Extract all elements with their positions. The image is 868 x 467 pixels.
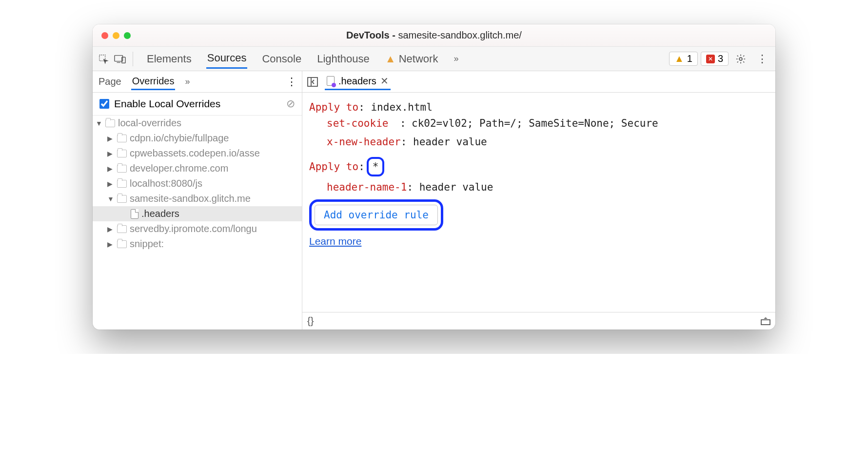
drawer-toggle-icon[interactable] xyxy=(761,317,770,325)
more-options-icon[interactable]: ⋮ xyxy=(753,53,771,65)
header-value[interactable]: header value xyxy=(419,181,493,193)
titlebar: DevTools - samesite-sandbox.glitch.me/ xyxy=(93,24,775,47)
close-window-button[interactable] xyxy=(101,32,108,39)
devtools-window: DevTools - samesite-sandbox.glitch.me/ E… xyxy=(93,24,775,330)
warning-icon: ▲ xyxy=(674,53,684,64)
warning-count: 1 xyxy=(687,53,692,64)
tab-console[interactable]: Console xyxy=(261,50,302,68)
toggle-navigator-icon[interactable] xyxy=(307,77,318,87)
tab-network[interactable]: ▲ Network xyxy=(384,50,439,68)
close-tab-icon[interactable]: ✕ xyxy=(380,75,389,87)
add-rule-highlight: Add override rule xyxy=(309,199,443,231)
svg-point-3 xyxy=(739,58,742,60)
tab-lighthouse[interactable]: Lighthouse xyxy=(316,50,371,68)
main-toolbar: Elements Sources Console Lighthouse ▲ Ne… xyxy=(93,47,775,71)
header-value[interactable]: header value xyxy=(413,136,487,148)
overrides-tree: ▼ local-overrides ▶cdpn.io/chybie/fullpa… xyxy=(93,116,302,330)
editor-pane: .headers ✕ Apply to: index.html set-cook… xyxy=(302,71,775,330)
sidebar-tabs-overflow[interactable]: » xyxy=(184,75,191,89)
header-name[interactable]: x-new-header xyxy=(327,136,401,148)
device-toolbar-icon[interactable] xyxy=(113,52,127,66)
sidebar-tabs: Page Overrides » ⋮ xyxy=(93,71,302,93)
editor-statusbar: {} xyxy=(302,312,775,330)
folder-icon xyxy=(105,119,115,127)
header-name[interactable]: set-cookie xyxy=(327,116,400,132)
folder-icon xyxy=(117,135,127,142)
folder-icon xyxy=(117,180,127,188)
folder-icon xyxy=(117,150,127,157)
window-title: DevTools - samesite-sandbox.glitch.me/ xyxy=(93,30,775,41)
tree-folder[interactable]: ▶cdpn.io/chybie/fullpage xyxy=(93,131,302,146)
error-count: 3 xyxy=(718,53,723,64)
svg-rect-6 xyxy=(761,320,770,325)
tree-folder[interactable]: ▶servedby.ipromote.com/longu xyxy=(93,221,302,236)
file-tab-headers[interactable]: .headers ✕ xyxy=(325,73,391,90)
headers-editor[interactable]: Apply to: index.html set-cookie : ck02=v… xyxy=(302,93,775,312)
tree-folder-expanded[interactable]: ▼samesite-sandbox.glitch.me xyxy=(93,191,302,206)
error-icon: ✕ xyxy=(706,55,715,63)
header-name[interactable]: header-name-1 xyxy=(327,181,407,193)
tab-sources[interactable]: Sources xyxy=(206,49,248,69)
zoom-window-button[interactable] xyxy=(124,32,131,39)
pretty-print-icon[interactable]: {} xyxy=(307,315,314,327)
folder-icon xyxy=(117,165,127,173)
enable-overrides-row: Enable Local Overrides ⊘ xyxy=(93,93,302,116)
warnings-badge[interactable]: ▲ 1 xyxy=(669,52,698,66)
tree-file-selected[interactable]: .headers xyxy=(93,206,302,221)
tree-folder[interactable]: ▶snippet: xyxy=(93,236,302,252)
tab-elements[interactable]: Elements xyxy=(146,50,193,68)
learn-more-link[interactable]: Learn more xyxy=(309,234,361,250)
window-controls xyxy=(93,32,131,39)
settings-icon[interactable] xyxy=(731,54,750,64)
errors-badge[interactable]: ✕ 3 xyxy=(701,52,729,66)
wildcard-highlight: * xyxy=(367,157,385,177)
minimize-window-button[interactable] xyxy=(113,32,119,39)
add-override-rule-button[interactable]: Add override rule xyxy=(315,205,438,225)
inspect-element-icon[interactable] xyxy=(97,52,110,66)
tabs-overflow[interactable]: » xyxy=(453,51,459,67)
file-icon xyxy=(131,209,138,219)
enable-overrides-checkbox[interactable] xyxy=(99,99,109,109)
sidebar-tab-page[interactable]: Page xyxy=(98,74,122,89)
header-value[interactable]: ck02=vl02; Path=/; SameSite=None; Secure xyxy=(412,116,769,132)
folder-icon xyxy=(117,240,127,248)
enable-overrides-label: Enable Local Overrides xyxy=(114,98,220,110)
modified-file-icon xyxy=(327,76,335,86)
tree-folder[interactable]: ▶localhost:8080/js xyxy=(93,176,302,191)
sidebar-tab-overrides[interactable]: Overrides xyxy=(131,74,176,90)
folder-icon xyxy=(117,195,127,203)
file-tabs: .headers ✕ xyxy=(302,71,775,93)
clear-overrides-icon[interactable]: ⊘ xyxy=(286,97,295,110)
sources-sidebar: Page Overrides » ⋮ Enable Local Override… xyxy=(93,71,302,330)
tree-root[interactable]: ▼ local-overrides xyxy=(93,116,302,131)
tree-folder[interactable]: ▶developer.chrome.com xyxy=(93,161,302,176)
warning-triangle-icon: ▲ xyxy=(385,53,396,65)
sidebar-more-icon[interactable]: ⋮ xyxy=(286,76,297,88)
tree-folder[interactable]: ▶cpwebassets.codepen.io/asse xyxy=(93,146,302,161)
folder-icon xyxy=(117,225,127,233)
panel-tabs: Elements Sources Console Lighthouse ▲ Ne… xyxy=(146,49,459,69)
